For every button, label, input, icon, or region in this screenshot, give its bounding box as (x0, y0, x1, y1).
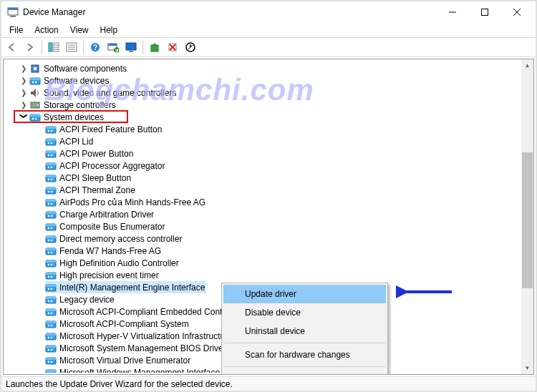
tree-item-label: Direct memory access controller (59, 234, 182, 244)
device-icon (45, 172, 57, 184)
tree-category-label: Software devices (44, 76, 109, 86)
scroll-up-arrow[interactable]: ▲ (521, 59, 533, 72)
show-hidden-button[interactable] (46, 39, 62, 55)
svg-point-62 (48, 190, 49, 192)
svg-rect-105 (46, 321, 56, 323)
svg-point-33 (35, 81, 37, 82)
context-menu-item[interactable]: Disable device (223, 303, 386, 322)
svg-point-83 (51, 251, 52, 253)
tree-item[interactable]: ACPI Lid (5, 135, 521, 147)
context-menu-item[interactable]: Properties (223, 369, 386, 375)
scroll-down-arrow[interactable]: ▼ (521, 362, 533, 374)
tree-item-label: High precision event timer (59, 270, 159, 280)
statusbar-text: Launches the Update Driver Wizard for th… (6, 379, 233, 389)
tree-item-label: High Definition Audio Controller (59, 258, 179, 268)
tree-category-system-devices[interactable]: ❯System devices (5, 111, 521, 123)
device-icon (45, 355, 57, 366)
tree-item[interactable]: High Definition Audio Controller (5, 257, 521, 269)
tree-item[interactable]: Direct memory access controller (5, 232, 521, 245)
tree-item-label: ACPI Sleep Button (59, 173, 131, 183)
tree-item[interactable]: ACPI Sleep Button (5, 172, 521, 184)
device-icon (45, 136, 57, 147)
tree-item-label: Microsoft Virtual Drive Enumerator (59, 356, 190, 366)
tree-item[interactable]: Charge Arbitration Driver (5, 208, 521, 220)
tree-item-label: ACPI Fixed Feature Button (59, 124, 162, 134)
svg-point-39 (35, 117, 37, 119)
tree-item-label: Fenda W7 Hands-Free AG (59, 246, 161, 256)
help-button[interactable]: ? (87, 39, 103, 55)
tree-item[interactable]: ACPI Processor Aggregator (5, 160, 521, 172)
svg-point-74 (48, 227, 49, 228)
properties-button[interactable] (64, 39, 79, 55)
menu-file[interactable]: File (4, 24, 28, 36)
svg-text:?: ? (93, 44, 97, 52)
tree-item-label: Microsoft ACPI-Compliant Embedded Contro… (59, 307, 241, 317)
expand-icon[interactable]: ❯ (19, 89, 28, 97)
svg-rect-61 (46, 187, 56, 190)
tree-item-label: Intel(R) Management Engine Interface (59, 283, 205, 293)
tree-item[interactable]: AirPods Pro của Minh Hands-Free AG (5, 196, 521, 208)
tree-item-label: Charge Arbitration Driver (59, 210, 154, 220)
svg-rect-117 (46, 358, 56, 360)
device-icon (45, 245, 57, 257)
tree-item-label: Legacy device (59, 295, 115, 305)
tree-item[interactable]: ACPI Fixed Feature Button (5, 123, 521, 135)
svg-rect-29 (34, 67, 37, 70)
context-menu-item[interactable]: Update driver (223, 285, 386, 303)
close-button[interactable] (500, 1, 533, 23)
forward-button[interactable] (22, 39, 38, 55)
collapse-icon[interactable]: ❯ (20, 113, 28, 122)
tree-item[interactable]: ACPI Power Button (5, 147, 521, 160)
context-menu-separator (224, 366, 385, 367)
app-icon (7, 6, 19, 18)
svg-rect-22 (129, 51, 133, 52)
context-menu-item[interactable]: Uninstall device (223, 322, 386, 340)
svg-rect-4 (481, 9, 488, 16)
expand-icon[interactable]: ❯ (19, 77, 28, 84)
menu-action[interactable]: Action (29, 24, 63, 36)
svg-point-70 (48, 215, 49, 216)
uninstall-button[interactable] (165, 39, 180, 55)
scroll-thumb[interactable] (522, 152, 533, 288)
menu-view[interactable]: View (65, 24, 94, 36)
tree-item[interactable]: ACPI Thermal Zone (5, 184, 521, 196)
svg-point-115 (51, 348, 52, 350)
device-icon (45, 270, 57, 281)
expand-icon[interactable]: ❯ (19, 101, 28, 109)
window-title: Device Manager (23, 7, 436, 17)
minimize-button[interactable] (436, 1, 468, 23)
tree-item-label: AirPods Pro của Minh Hands-Free AG (59, 197, 205, 207)
maximize-button[interactable] (468, 1, 500, 23)
context-menu-item[interactable]: Scan for hardware changes (223, 346, 386, 364)
menu-help[interactable]: Help (95, 24, 123, 36)
svg-point-82 (48, 251, 49, 253)
svg-point-38 (32, 117, 34, 119)
tree-item-label: ACPI Processor Aggregator (59, 161, 165, 171)
tree-item[interactable]: Fenda W7 Hands-Free AG (5, 245, 521, 257)
update-driver-button[interactable] (147, 39, 163, 55)
tree-item[interactable]: High precision event timer (5, 269, 521, 281)
svg-rect-65 (46, 200, 56, 202)
context-menu: Update driverDisable deviceUninstall dev… (221, 283, 388, 375)
svg-rect-93 (46, 285, 56, 287)
expand-icon[interactable]: ❯ (19, 64, 28, 72)
vertical-scrollbar[interactable]: ▲ ▼ (521, 59, 533, 374)
tree-category[interactable]: ❯Sound, video and game controllers (5, 87, 521, 99)
svg-rect-97 (46, 297, 56, 299)
tree-item-label: Microsoft System Management BIOS Driver (59, 343, 226, 353)
tree-item[interactable]: Composite Bus Enumerator (5, 220, 521, 232)
svg-point-32 (32, 81, 34, 82)
tree-item-label: Microsoft ACPI-Compliant System (59, 319, 189, 329)
device-icon (45, 221, 57, 232)
tree-category[interactable]: ❯Software components (5, 62, 521, 74)
svg-point-79 (51, 239, 52, 240)
disable-button[interactable] (183, 39, 198, 55)
scan-hardware-button[interactable] (105, 39, 121, 55)
svg-point-103 (51, 312, 52, 313)
svg-point-118 (48, 361, 49, 362)
monitor-button[interactable] (123, 39, 139, 55)
toolbar: ? (1, 37, 536, 57)
tree-category[interactable]: ❯Storage controllers (5, 99, 521, 111)
back-button[interactable] (4, 39, 20, 55)
tree-category[interactable]: ❯Software devices (5, 74, 521, 87)
